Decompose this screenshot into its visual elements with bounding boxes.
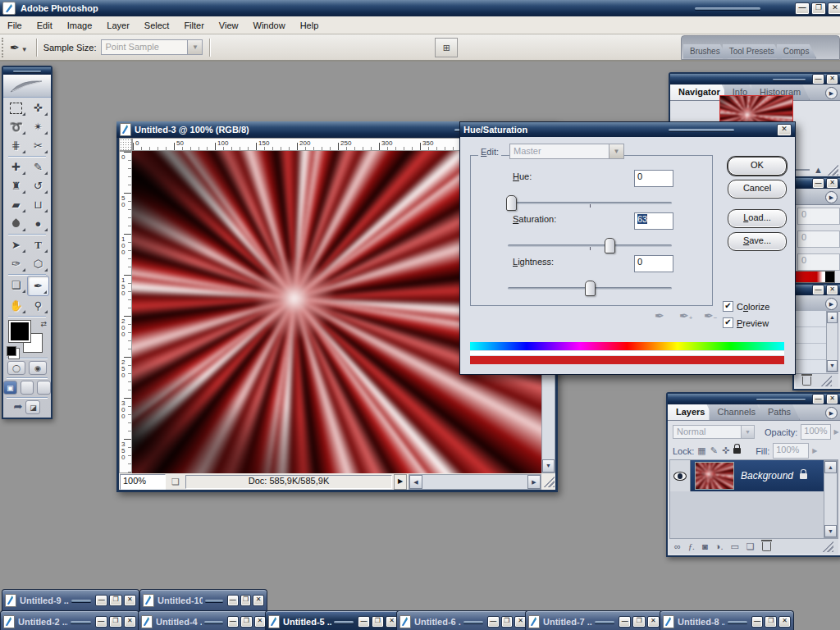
task-restore-button[interactable]: ❐ bbox=[240, 616, 252, 628]
taskbar-item-gripper[interactable] bbox=[71, 600, 92, 602]
well-tab-brushes[interactable]: Brushes bbox=[683, 44, 728, 59]
opacity-field[interactable]: 100% bbox=[801, 424, 830, 440]
eyedropper-sample-icon[interactable]: ✒ bbox=[655, 309, 664, 322]
brush-tool[interactable]: ✎ bbox=[27, 158, 49, 176]
colorize-checkbox-box[interactable]: ✔ bbox=[723, 301, 733, 312]
menu-edit[interactable]: Edit bbox=[30, 18, 60, 33]
layers-resize-grip[interactable] bbox=[822, 541, 833, 552]
preview-checkbox[interactable]: ✔Preview bbox=[723, 317, 769, 328]
sample-size-dropdown[interactable]: Point Sample ▼ bbox=[101, 39, 203, 55]
history-brush-tool[interactable]: ↺ bbox=[27, 176, 49, 195]
colorize-checkbox[interactable]: ✔Colorize bbox=[723, 301, 769, 312]
task-restore-button[interactable]: ❐ bbox=[109, 616, 121, 628]
swap-colors-icon[interactable]: ⇄ bbox=[40, 320, 47, 328]
taskbar-item-untitled-2-[interactable]: Untitled-2 ...—❐✕ bbox=[0, 610, 139, 630]
cancel-button[interactable]: Cancel bbox=[728, 180, 787, 199]
healing-brush-tool[interactable]: ✚ bbox=[5, 158, 27, 176]
lock-all-icon[interactable] bbox=[733, 448, 741, 454]
layers-tab-paths[interactable]: Paths bbox=[760, 404, 800, 420]
default-colors-icon[interactable] bbox=[7, 346, 16, 356]
menu-file[interactable]: File bbox=[0, 18, 30, 33]
color-minimize-button[interactable]: — bbox=[812, 178, 824, 189]
link-layers-icon[interactable]: ∞ bbox=[674, 541, 681, 551]
history-trash-icon[interactable] bbox=[802, 377, 811, 386]
history-row[interactable] bbox=[796, 344, 828, 360]
task-close-button[interactable]: ✕ bbox=[253, 595, 264, 606]
status-page-icon[interactable]: ❏ bbox=[167, 477, 184, 487]
history-scrollbar[interactable]: ▲ ▼ bbox=[826, 311, 838, 372]
history-row[interactable] bbox=[796, 327, 828, 344]
task-restore-button[interactable]: ❐ bbox=[240, 595, 252, 606]
fullscreen-menubar-mode-button[interactable] bbox=[21, 381, 34, 395]
lock-pixels-icon[interactable]: ✎ bbox=[710, 445, 718, 456]
saturation-slider[interactable] bbox=[508, 244, 672, 247]
hue-value-field[interactable]: 0 bbox=[634, 170, 673, 187]
status-flyout-arrow-icon[interactable]: ▶ bbox=[394, 474, 407, 490]
layer-mask-icon[interactable]: ◙ bbox=[702, 541, 708, 551]
paint-bucket-tool[interactable]: ⊔ bbox=[27, 195, 49, 214]
layers-tab-channels[interactable]: Channels bbox=[709, 404, 764, 420]
task-minimize-button[interactable]: — bbox=[95, 595, 107, 606]
layer-thumbnail[interactable] bbox=[695, 462, 734, 490]
well-tab-comps[interactable]: Comps bbox=[777, 44, 817, 59]
taskbar-item-gripper[interactable] bbox=[334, 621, 354, 623]
navigator-resize-grip[interactable] bbox=[827, 164, 838, 176]
ok-button[interactable]: OK bbox=[728, 157, 787, 176]
dialog-titlebar[interactable]: Hue/Saturation ✕ bbox=[460, 122, 795, 137]
color-value-field-2[interactable]: 0 bbox=[797, 253, 840, 271]
history-titlebar[interactable]: — ✕ bbox=[794, 285, 840, 295]
path-selection-tool[interactable]: ➤ bbox=[5, 235, 27, 254]
pen-tool[interactable]: ✑ bbox=[5, 254, 27, 273]
imageready-icon[interactable]: ◪ bbox=[25, 400, 40, 414]
task-close-button[interactable]: ✕ bbox=[124, 616, 136, 628]
restore-button[interactable]: ❐ bbox=[811, 2, 826, 15]
magic-wand-tool[interactable]: ✴ bbox=[27, 117, 49, 136]
navigator-titlebar[interactable]: — ✕ bbox=[670, 74, 840, 84]
taskbar-item-gripper[interactable] bbox=[71, 621, 91, 623]
menu-layer[interactable]: Layer bbox=[99, 18, 137, 33]
taskbar-item-untitled-8-[interactable]: Untitled-8 ...—❐✕ bbox=[660, 610, 794, 630]
task-restore-button[interactable]: ❐ bbox=[632, 616, 645, 628]
lightness-slider[interactable] bbox=[508, 287, 672, 290]
menu-window[interactable]: Window bbox=[246, 18, 293, 33]
navigator-minimize-button[interactable]: — bbox=[812, 74, 824, 84]
new-layer-icon[interactable]: ❏ bbox=[746, 541, 755, 552]
dodge-tool[interactable]: ● bbox=[27, 214, 49, 233]
dialog-close-button[interactable]: ✕ bbox=[777, 124, 792, 136]
slice-tool[interactable]: ✂ bbox=[27, 136, 49, 155]
close-button[interactable]: ✕ bbox=[828, 2, 840, 15]
scroll-down-icon[interactable]: ▼ bbox=[542, 459, 555, 472]
layer-group-icon[interactable]: ▭ bbox=[730, 541, 738, 552]
layers-titlebar[interactable]: — ✕ bbox=[668, 394, 840, 404]
scroll-right-icon[interactable]: ▶ bbox=[527, 475, 541, 489]
task-minimize-button[interactable]: — bbox=[487, 616, 500, 628]
taskbar-item-untitled-4-[interactable]: Untitled-4 ...—❐✕ bbox=[138, 610, 269, 630]
adjustment-layer-icon[interactable]: ◑. bbox=[715, 541, 724, 551]
task-minimize-button[interactable]: — bbox=[227, 595, 239, 606]
menu-filter[interactable]: Filter bbox=[176, 18, 211, 33]
blur-tool[interactable] bbox=[5, 214, 27, 233]
fill-slider-arrow-icon[interactable]: ▶ bbox=[812, 447, 817, 454]
saturation-slider-thumb[interactable] bbox=[605, 238, 615, 253]
options-gripper[interactable] bbox=[2, 38, 10, 57]
edit-dropdown[interactable]: Master ▼ bbox=[509, 144, 624, 159]
menu-help[interactable]: Help bbox=[293, 18, 326, 33]
layers-scrollbar[interactable]: ▲ ▼ bbox=[824, 460, 838, 538]
sample-size-dropdown-arrow-icon[interactable]: ▼ bbox=[188, 39, 203, 55]
well-tab-tool-presets[interactable]: Tool Presets bbox=[723, 44, 782, 59]
type-tool[interactable]: T bbox=[27, 235, 49, 254]
jump-to-imageready-icon[interactable]: ➦ bbox=[14, 400, 23, 414]
navigator-palette-menu-icon[interactable]: ▶ bbox=[825, 87, 838, 99]
zoom-level-field[interactable]: 100% bbox=[120, 474, 166, 490]
minimize-button[interactable]: — bbox=[795, 2, 810, 15]
lightness-slider-thumb[interactable] bbox=[585, 281, 596, 296]
load-button[interactable]: Load... bbox=[728, 209, 787, 228]
layers-palette-menu-icon[interactable]: ▶ bbox=[825, 407, 838, 419]
tool-preset-arrow-icon[interactable]: ▼ bbox=[21, 46, 28, 53]
task-close-button[interactable]: ✕ bbox=[254, 616, 266, 628]
shape-tool[interactable]: ⬡ bbox=[27, 254, 49, 273]
eyedropper-tool-icon[interactable]: ✒ bbox=[10, 41, 20, 54]
standard-mode-button[interactable]: ◯ bbox=[7, 361, 25, 375]
blend-mode-dropdown[interactable]: Normal ▼ bbox=[673, 425, 755, 439]
eraser-tool[interactable]: ▰ bbox=[5, 195, 27, 214]
